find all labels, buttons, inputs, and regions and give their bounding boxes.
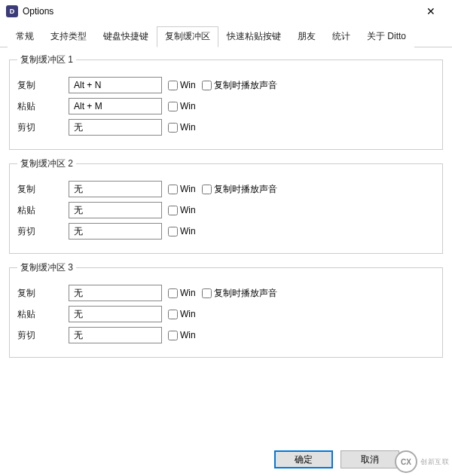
buffer2-cut-row: 剪切 Win — [17, 223, 435, 240]
tab-supported-types[interactable]: 支持类型 — [42, 26, 95, 47]
buffer2-play-sound-checkbox[interactable] — [202, 185, 212, 194]
win-label: Win — [180, 309, 196, 319]
win-label: Win — [180, 101, 196, 111]
buffer1-copy-win[interactable]: Win — [168, 80, 196, 90]
play-sound-label: 复制时播放声音 — [214, 183, 277, 196]
buffer2-cut-win[interactable]: Win — [168, 226, 196, 236]
buffer2-cut-input[interactable] — [69, 223, 162, 240]
buffer2-paste-win-checkbox[interactable] — [168, 206, 178, 215]
buffer1-copy-win-checkbox[interactable] — [168, 81, 178, 90]
buffer3-copy-row: 复制 Win 复制时播放声音 — [17, 285, 435, 301]
copy-label: 复制 — [17, 79, 63, 92]
buffer-group-1: 复制缓冲区 1 复制 Win 复制时播放声音 粘贴 Win 剪切 — [9, 53, 443, 150]
buffer2-copy-win[interactable]: Win — [168, 184, 196, 194]
cut-label: 剪切 — [17, 121, 63, 134]
win-label: Win — [180, 205, 196, 215]
win-label: Win — [180, 288, 196, 298]
buffer3-play-sound-checkbox[interactable] — [202, 288, 212, 298]
tab-quick-paste-keys[interactable]: 快速粘贴按键 — [218, 26, 289, 47]
buffer-group-3: 复制缓冲区 3 复制 Win 复制时播放声音 粘贴 Win 剪切 — [9, 261, 443, 358]
win-label: Win — [180, 226, 196, 236]
buffer3-copy-input[interactable] — [69, 285, 162, 301]
close-button[interactable]: ✕ — [416, 1, 446, 22]
tab-bar: 常规 支持类型 键盘快捷键 复制缓冲区 快速粘贴按键 朋友 统计 关于 Ditt… — [0, 23, 452, 47]
titlebar: D Options ✕ — [0, 0, 452, 23]
buffer1-cut-win[interactable]: Win — [168, 122, 196, 133]
buffer2-play-sound[interactable]: 复制时播放声音 — [202, 183, 277, 196]
dialog-buttons: 确定 取消 — [274, 450, 399, 468]
cut-label: 剪切 — [17, 329, 63, 342]
buffer-group-2: 复制缓冲区 2 复制 Win 复制时播放声音 粘贴 Win 剪切 — [9, 157, 443, 254]
cut-label: 剪切 — [17, 225, 63, 238]
tab-friends[interactable]: 朋友 — [289, 26, 324, 47]
win-label: Win — [180, 184, 196, 194]
paste-label: 粘贴 — [17, 308, 63, 321]
paste-label: 粘贴 — [17, 204, 63, 217]
buffer1-paste-row: 粘贴 Win — [17, 98, 435, 114]
buffer1-paste-win-checkbox[interactable] — [168, 102, 178, 111]
tab-about[interactable]: 关于 Ditto — [359, 26, 414, 47]
tab-stats[interactable]: 统计 — [324, 26, 359, 47]
buffer3-paste-win-checkbox[interactable] — [168, 310, 178, 319]
buffer2-copy-row: 复制 Win 复制时播放声音 — [17, 181, 435, 197]
tab-copy-buffers[interactable]: 复制缓冲区 — [157, 26, 218, 47]
buffer3-paste-win[interactable]: Win — [168, 309, 196, 319]
tab-general[interactable]: 常规 — [8, 26, 42, 47]
buffer3-cut-input[interactable] — [69, 327, 162, 343]
paste-label: 粘贴 — [17, 100, 63, 113]
buffer1-play-sound[interactable]: 复制时播放声音 — [202, 79, 277, 92]
window-title: Options — [23, 6, 416, 17]
buffer1-cut-win-checkbox[interactable] — [168, 123, 178, 133]
watermark-icon: CX — [395, 450, 417, 473]
buffer2-copy-input[interactable] — [69, 181, 162, 197]
win-label: Win — [180, 122, 196, 133]
buffer2-paste-win[interactable]: Win — [168, 205, 196, 215]
buffer3-paste-input[interactable] — [69, 306, 162, 322]
buffer1-copy-input[interactable] — [69, 77, 162, 93]
buffer3-play-sound[interactable]: 复制时播放声音 — [202, 287, 277, 300]
tab-keyboard-shortcuts[interactable]: 键盘快捷键 — [95, 26, 157, 47]
buffer2-copy-win-checkbox[interactable] — [168, 185, 178, 194]
buffer1-paste-win[interactable]: Win — [168, 101, 196, 111]
buffer1-copy-row: 复制 Win 复制时播放声音 — [17, 77, 435, 93]
buffer2-paste-input[interactable] — [69, 202, 162, 218]
buffer1-paste-input[interactable] — [69, 98, 162, 114]
buffer2-cut-win-checkbox[interactable] — [168, 227, 178, 236]
cancel-button[interactable]: 取消 — [341, 450, 399, 468]
play-sound-label: 复制时播放声音 — [214, 79, 277, 92]
buffer2-paste-row: 粘贴 Win — [17, 202, 435, 218]
win-label: Win — [180, 80, 196, 90]
copy-label: 复制 — [17, 287, 63, 300]
buffer3-cut-win[interactable]: Win — [168, 330, 196, 340]
buffer1-play-sound-checkbox[interactable] — [202, 81, 212, 90]
buffer3-copy-win-checkbox[interactable] — [168, 288, 178, 298]
play-sound-label: 复制时播放声音 — [214, 287, 277, 300]
buffer3-paste-row: 粘贴 Win — [17, 306, 435, 322]
buffer3-cut-row: 剪切 Win — [17, 327, 435, 343]
watermark-text: 创新互联 — [420, 457, 449, 467]
close-icon: ✕ — [426, 5, 435, 17]
buffer3-cut-win-checkbox[interactable] — [168, 331, 178, 340]
watermark: CX 创新互联 — [395, 450, 449, 473]
buffer3-copy-win[interactable]: Win — [168, 288, 196, 298]
copy-label: 复制 — [17, 183, 63, 196]
buffer-group-1-legend: 复制缓冲区 1 — [17, 53, 76, 66]
buffer1-cut-row: 剪切 Win — [17, 119, 435, 136]
app-icon: D — [6, 5, 18, 17]
buffer-group-3-legend: 复制缓冲区 3 — [17, 261, 76, 274]
buffer-group-2-legend: 复制缓冲区 2 — [17, 157, 76, 170]
tab-content: 复制缓冲区 1 复制 Win 复制时播放声音 粘贴 Win 剪切 — [0, 47, 452, 371]
ok-button[interactable]: 确定 — [274, 450, 333, 468]
buffer1-cut-input[interactable] — [69, 119, 162, 136]
win-label: Win — [180, 330, 196, 340]
